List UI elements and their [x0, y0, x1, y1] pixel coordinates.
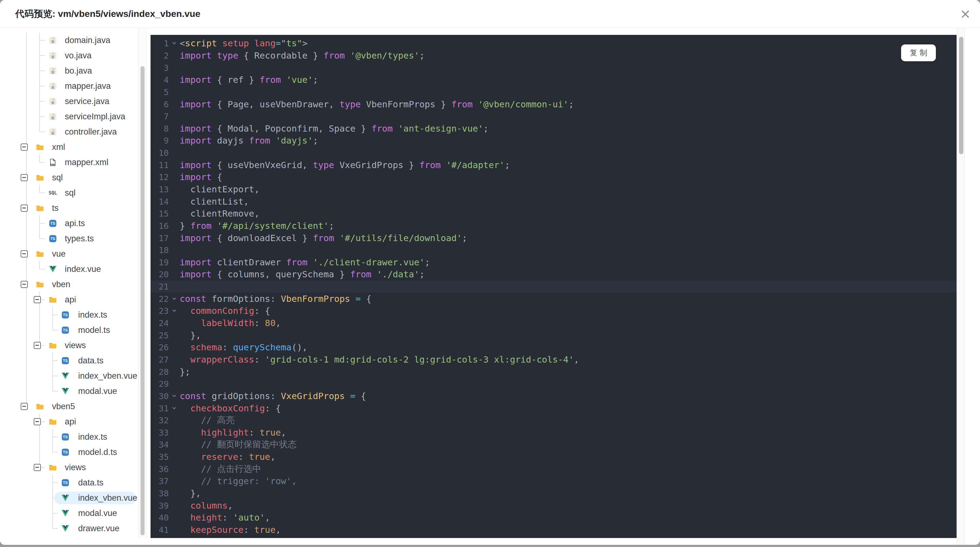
chevron-down-icon[interactable] — [169, 298, 180, 299]
collapse-toggle-icon[interactable] — [34, 342, 41, 349]
tree-item-service.java[interactable]: service.java — [0, 94, 137, 109]
code-token — [441, 160, 446, 170]
tree-item-modal.vue[interactable]: modal.vue — [0, 384, 137, 399]
svg-text:XML: XML — [50, 163, 56, 166]
code-token — [180, 501, 190, 511]
code-token: import — [180, 75, 212, 85]
tree-item-views[interactable]: views — [0, 338, 137, 353]
folder-icon — [36, 205, 44, 211]
tree-item-bo.java[interactable]: bo.java — [0, 63, 137, 78]
tree-item-icon: TS — [49, 220, 57, 227]
chevron-down-icon — [172, 296, 176, 300]
collapse-toggle-icon[interactable] — [34, 296, 41, 303]
sidebar-scrollbar[interactable] — [138, 28, 146, 538]
tree-item-modal.vue[interactable]: modal.vue — [0, 506, 137, 521]
tree-item-label: views — [65, 460, 86, 475]
tree-item-vo.java[interactable]: vo.java — [0, 48, 137, 63]
code-token: 'grid-cols-1 md:grid-cols-2 lg:grid-cols… — [265, 354, 574, 365]
chevron-down-icon[interactable] — [169, 43, 180, 44]
code-line-39: 39 columns, — [151, 499, 956, 512]
code-token: , — [228, 501, 233, 511]
tree-item-vue[interactable]: vue — [0, 246, 137, 262]
tree-item-sql[interactable]: SQLsql — [0, 185, 137, 201]
chevron-down-icon[interactable] — [169, 408, 180, 409]
chevron-down-icon[interactable] — [169, 310, 180, 311]
code-token: { Page, useVbenDrawer, — [212, 99, 339, 110]
code-token: // 点击行选中 — [201, 464, 261, 474]
code-token: schema — [190, 342, 222, 352]
tree-item-mapper.java[interactable]: mapper.java — [0, 78, 137, 94]
collapse-toggle-icon[interactable] — [21, 403, 28, 410]
tree-item-index.ts[interactable]: TSindex.ts — [0, 307, 137, 322]
folder-icon — [36, 175, 44, 181]
collapse-toggle-icon[interactable] — [21, 281, 28, 288]
tree-item-xml[interactable]: xml — [0, 139, 137, 155]
code-token: < — [180, 38, 185, 48]
code-panel: 1<script setup lang="ts">2import type { … — [151, 35, 956, 538]
code-token: keepSource — [190, 525, 243, 535]
tree-item-index.vue[interactable]: index.vue — [0, 262, 137, 277]
tree-item-icon: TS — [62, 479, 69, 486]
tree-item-index_vben.vue[interactable]: index_vben.vue — [0, 490, 137, 506]
code-scrollbar[interactable] — [957, 28, 965, 545]
code-text: <script setup lang="ts"> — [180, 38, 308, 48]
copy-button[interactable]: 复 制 — [901, 45, 936, 61]
code-text: }; — [180, 367, 190, 377]
code-scrollbar-thumb[interactable] — [959, 37, 963, 154]
code-token — [270, 136, 276, 146]
code-line-40: 40 height: 'auto', — [151, 512, 956, 524]
chevron-down-icon[interactable] — [169, 395, 180, 397]
tree-item-label: drawer.vue — [78, 521, 119, 536]
tree-item-api.ts[interactable]: TSapi.ts — [0, 216, 137, 231]
collapse-toggle-icon[interactable] — [21, 174, 28, 181]
code-line-21: 21 — [151, 281, 956, 293]
modal-header: 代码预览: vm/vben5/views/index_vben.vue × — [0, 0, 980, 28]
tree-item-vben5[interactable]: vben5 — [0, 399, 137, 414]
code-token: { Recordable } — [238, 50, 323, 61]
code-token: { ref } — [212, 75, 259, 85]
code-line-22: 22const formOptions: VbenFormProps = { — [151, 293, 956, 305]
tree-item-icon — [49, 37, 57, 44]
tree-item-drawer.vue[interactable]: drawer.vue — [0, 521, 137, 536]
tree-item-data.ts[interactable]: TSdata.ts — [0, 475, 137, 490]
tree-item-data.ts[interactable]: TSdata.ts — [0, 353, 137, 368]
tree-item-model.ts[interactable]: TSmodel.ts — [0, 322, 137, 338]
tree-item-vben[interactable]: vben — [0, 277, 137, 292]
tree-item-views[interactable]: views — [0, 460, 137, 475]
chevron-down-icon — [172, 308, 176, 312]
code-token — [180, 439, 201, 450]
tree-item-ts[interactable]: ts — [0, 201, 137, 216]
collapse-toggle-icon[interactable] — [21, 204, 28, 212]
tree-item-types.ts[interactable]: TStypes.ts — [0, 231, 137, 246]
tree-item-label: ts — [52, 201, 59, 216]
tree-item-api[interactable]: api — [0, 414, 137, 429]
code-token: 'vue' — [286, 75, 313, 85]
chevron-down-icon — [172, 393, 176, 397]
collapse-toggle-icon[interactable] — [21, 250, 28, 257]
code-token — [212, 221, 217, 231]
code-preview-modal: 代码预览: vm/vben5/views/index_vben.vue × do… — [0, 0, 980, 545]
tree-item-domain.java[interactable]: domain.java — [0, 33, 137, 48]
folder-icon — [36, 144, 44, 150]
collapse-toggle-icon[interactable] — [21, 144, 28, 151]
close-icon[interactable]: × — [956, 5, 974, 22]
collapse-toggle-icon[interactable] — [34, 464, 41, 471]
code-text: const gridOptions: VxeGridProps = { — [180, 391, 366, 401]
java-file-icon — [49, 98, 56, 105]
tree-item-api[interactable]: api — [0, 292, 137, 307]
collapse-toggle-icon[interactable] — [34, 418, 41, 425]
tree-item-index.ts[interactable]: TSindex.ts — [0, 429, 137, 445]
code-token: '#/utils/file/download' — [339, 233, 462, 243]
tree-item-sql[interactable]: sql — [0, 170, 137, 185]
tree-item-controller.java[interactable]: controller.java — [0, 124, 137, 139]
tree-item-model.d.ts[interactable]: TSmodel.d.ts — [0, 445, 137, 460]
sidebar-scrollbar-thumb[interactable] — [140, 66, 145, 535]
code-line-8: 8import { Modal, Popconfirm, Space } fro… — [151, 122, 956, 135]
code-token — [180, 342, 190, 352]
code-line-18: 18 — [151, 244, 956, 256]
tree-item-mapper.xml[interactable]: XMLmapper.xml — [0, 155, 137, 170]
tree-item-serviceImpl.java[interactable]: serviceImpl.java — [0, 109, 137, 124]
code-token: const — [180, 293, 206, 304]
tree-item-index_vben.vue[interactable]: index_vben.vue — [0, 368, 137, 384]
code-token: import — [180, 269, 212, 279]
